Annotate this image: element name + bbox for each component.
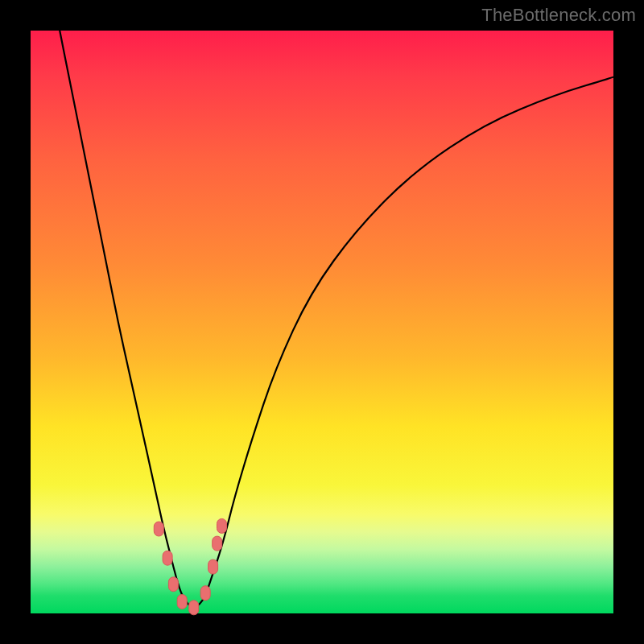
curve-marker: [168, 577, 178, 592]
curve-marker: [189, 601, 199, 615]
curve-marker: [217, 518, 227, 533]
bottleneck-curve: [60, 31, 613, 607]
watermark-text: TheBottleneck.com: [481, 5, 636, 26]
curve-marker: [213, 536, 222, 551]
curve-marker: [163, 551, 172, 565]
curve-marker: [177, 595, 187, 609]
curve-marker: [200, 586, 210, 601]
curve-marker: [208, 559, 218, 574]
curve-layer: [31, 31, 613, 613]
chart-frame: TheBottleneck.com: [0, 0, 644, 644]
curve-marker: [154, 522, 163, 536]
plot-area: [31, 31, 613, 613]
